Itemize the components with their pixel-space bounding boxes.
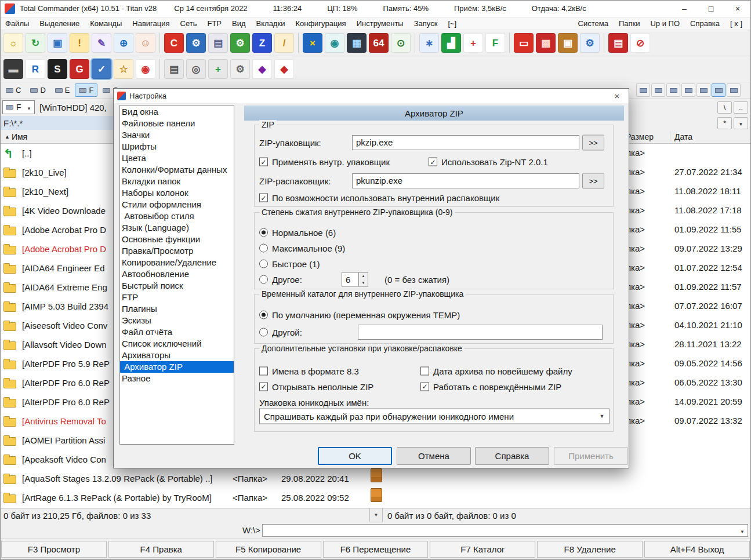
menu-item[interactable]: Сеть — [175, 19, 202, 28]
apply-button[interactable]: Применить — [554, 447, 628, 465]
drive-disc-icon[interactable]: ◎ — [186, 59, 206, 79]
dark-case-icon[interactable]: ▬ — [3, 59, 23, 79]
drives-icon[interactable]: ▤ — [164, 59, 184, 79]
maximize-button[interactable]: □ — [698, 0, 724, 17]
names83-checkbox[interactable]: Имена в формате 8.3 — [259, 366, 359, 376]
compression-other-radio[interactable]: Другое: — [259, 274, 302, 284]
cancel-button[interactable]: Отмена — [397, 447, 471, 465]
menu-item[interactable]: Справка — [685, 19, 725, 28]
settings-category[interactable]: Наборы колонок — [120, 187, 234, 199]
gears-pair-icon[interactable]: ⚙ — [580, 33, 600, 53]
settings-category[interactable]: Основные функции — [120, 234, 234, 245]
brick-wall-icon[interactable]: ▤ — [608, 33, 628, 53]
gray-gears-icon[interactable]: ⚙ — [230, 59, 250, 79]
toolbox-icon[interactable]: ▣ — [558, 33, 578, 53]
lightbulb-icon[interactable]: ☼ — [3, 33, 23, 53]
compression-normal-radio[interactable]: Нормальное (6) — [259, 227, 336, 237]
file-row[interactable]: ↰ [ArtRage 6.1.3 RePack (& Portable) by … — [0, 488, 369, 507]
function-key-button[interactable]: Alt+F4 Выход — [644, 541, 750, 558]
check-panel-icon[interactable]: ✓ — [92, 59, 111, 79]
drive-d-button[interactable]: D — [26, 83, 49, 97]
settings-category[interactable]: Список исключений — [120, 338, 234, 350]
history-button[interactable] — [734, 117, 748, 129]
dialog-titlebar[interactable]: Настройка × — [114, 89, 629, 103]
ok-button[interactable]: OK — [318, 447, 392, 465]
function-key-button[interactable]: F4 Правка — [108, 541, 214, 558]
no-entry-icon[interactable]: ⊘ — [630, 33, 650, 53]
zip-z-icon[interactable]: Z — [252, 33, 272, 53]
menu-item[interactable]: Конфигурация — [290, 19, 351, 28]
menu-item[interactable]: Вид — [227, 19, 251, 28]
broom-icon[interactable]: / — [274, 33, 294, 53]
settings-category[interactable]: Колонки/Форматы данных — [120, 164, 234, 176]
damaged-zip-checkbox[interactable]: Работать с повреждёнными ZIP — [420, 381, 561, 391]
command-input[interactable] — [262, 524, 748, 537]
settings-category[interactable]: Файловые панели — [120, 118, 234, 129]
settings-category[interactable]: Быстрый поиск — [120, 280, 234, 292]
unicode-mode-dropdown[interactable]: Спрашивать каждый раз при обнаружении юн… — [259, 408, 609, 424]
menu-item[interactable]: Up и ПО — [645, 19, 685, 28]
cpu-chip-icon[interactable]: ▦ — [347, 33, 367, 53]
drive-combo[interactable]: F — [2, 100, 35, 114]
temp-default-radio[interactable]: По умолчанию (переменная окружения TEMP) — [259, 310, 460, 319]
drive-button[interactable] — [727, 83, 741, 97]
settings-category[interactable]: Эскизы — [120, 315, 234, 326]
help-button[interactable]: Справка — [475, 447, 549, 465]
drive-button[interactable] — [712, 83, 725, 97]
menu-item[interactable]: Запуск — [409, 19, 443, 28]
settings-category[interactable]: FTP — [120, 292, 234, 303]
drive-add-icon[interactable]: + — [208, 59, 228, 79]
letter-f-icon[interactable]: F — [485, 33, 505, 53]
refresh-icon[interactable]: ↻ — [26, 33, 45, 53]
spinner-up-icon[interactable] — [359, 272, 368, 279]
drive-button[interactable] — [696, 83, 710, 97]
sd-tool-icon[interactable]: S — [48, 59, 67, 79]
use-zipnt-checkbox[interactable]: Использовать Zip-NT 2.0.1 — [429, 157, 548, 167]
user-icon[interactable]: ☺ — [136, 33, 155, 53]
drive-c-button[interactable]: C — [2, 83, 25, 97]
menu-item[interactable]: Вкладки — [251, 19, 291, 28]
zip-unpacker-input[interactable]: pkunzip.exe — [352, 173, 579, 188]
settings-category[interactable]: Правка/Просмотр — [120, 245, 234, 257]
zip-packer-input[interactable]: pkzip.exe — [352, 135, 579, 150]
compression-other-spinner[interactable]: 6 — [342, 272, 368, 286]
drive-button[interactable] — [636, 83, 650, 97]
drive-e-button[interactable]: E — [51, 83, 74, 97]
settings-category[interactable]: Цвета — [120, 152, 234, 164]
red-stack-icon[interactable]: ◆ — [274, 59, 294, 79]
settings-category[interactable]: Шрифты — [120, 141, 234, 152]
red-blocks-icon[interactable]: ▩ — [536, 33, 556, 53]
minimize-button[interactable]: – — [671, 0, 698, 17]
sparkle-wand-icon[interactable]: ☆ — [114, 59, 133, 79]
function-key-button[interactable]: F7 Каталог — [430, 541, 535, 558]
zip-packer-browse-button[interactable]: >> — [582, 134, 604, 150]
drive-f-button[interactable]: F — [75, 83, 97, 97]
globe-icon[interactable]: ⊕ — [114, 33, 133, 53]
settings-category[interactable]: Вкладки папок — [120, 176, 234, 187]
open-partial-checkbox[interactable]: Открывать неполные ZIP — [259, 381, 373, 391]
color-cube-icon[interactable]: ◆ — [252, 59, 272, 79]
red-panel-icon[interactable]: ▭ — [514, 33, 534, 53]
green-tool-icon[interactable]: ⚙ — [230, 33, 250, 53]
temp-other-radio[interactable]: Другой: — [259, 327, 302, 337]
medical-cross-icon[interactable]: + — [463, 33, 483, 53]
settings-category[interactable]: Вид окна — [120, 106, 234, 118]
printer-icon[interactable]: ▤ — [208, 33, 228, 53]
ccleaner-icon[interactable]: C — [164, 33, 184, 53]
menu-item[interactable]: Файлы — [0, 19, 34, 28]
settings-category[interactable]: Значки — [120, 129, 234, 141]
favorites-button[interactable]: * — [717, 117, 732, 129]
shield-warning-icon[interactable]: ! — [70, 33, 89, 53]
menu-item[interactable]: Система — [573, 19, 614, 28]
bar-chart-icon[interactable]: ▟ — [441, 33, 461, 53]
drive-button[interactable] — [681, 83, 695, 97]
root-button[interactable]: \ — [717, 101, 732, 114]
g-red-icon[interactable]: G — [70, 59, 89, 79]
column-header-size[interactable]: Размер — [626, 132, 654, 141]
menu-item[interactable]: [ x ] — [725, 19, 748, 28]
file-row[interactable]: ↰ [AquaSoft Stages 13.2.09 RePack (& Por… — [0, 469, 369, 488]
menu-item[interactable]: FTP — [202, 19, 227, 28]
archive-date-checkbox[interactable]: Дата архива по новейшему файлу — [420, 366, 572, 376]
compression-max-radio[interactable]: Максимальное (9) — [259, 243, 345, 253]
close-button[interactable]: × — [724, 0, 751, 17]
